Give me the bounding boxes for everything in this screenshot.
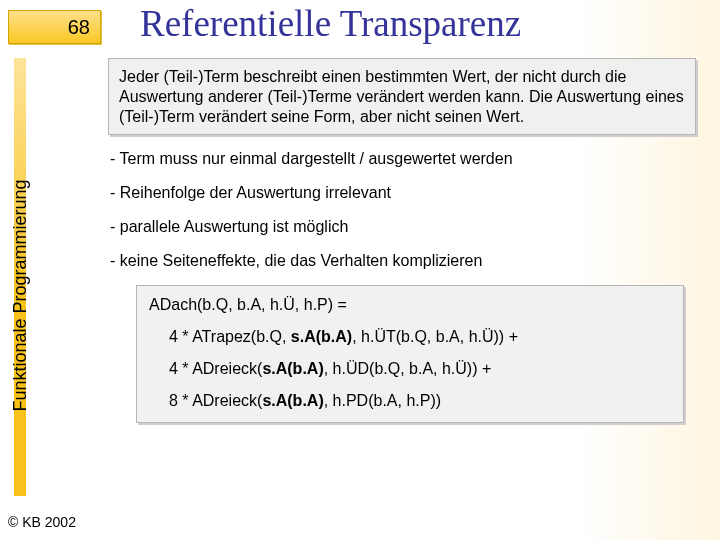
slide: 68 Referentielle Transparenz Funktionale… (0, 0, 720, 540)
bullet-item: - parallele Auswertung ist möglich (110, 217, 704, 237)
sidebar-label: Funktionale Programmierung (10, 179, 31, 411)
slide-title: Referentielle Transparenz (140, 2, 521, 45)
content-area: Jeder (Teil-)Term beschreibt einen besti… (108, 58, 704, 423)
code-text: 4 * ATrapez(b.Q, (169, 328, 291, 345)
code-text: 8 * ADreieck( (169, 392, 262, 409)
definition-box: Jeder (Teil-)Term beschreibt einen besti… (108, 58, 696, 135)
sidebar-label-container: Funktionale Programmierung (6, 150, 34, 440)
page-number-box: 68 (8, 10, 101, 44)
bullet-item: - Term muss nur einmal dargestellt / aus… (110, 149, 704, 169)
code-line: 4 * ATrapez(b.Q, s.A(b.A), h.ÜT(b.Q, b.A… (169, 328, 671, 346)
code-box: ADach(b.Q, b.A, h.Ü, h.P) = 4 * ATrapez(… (136, 285, 684, 423)
code-text: , h.ÜT(b.Q, b.A, h.Ü)) + (352, 328, 518, 345)
copyright: © KB 2002 (8, 514, 76, 530)
page-number: 68 (68, 16, 90, 39)
code-bold: s.A(b.A) (262, 392, 323, 409)
code-text: , h.PD(b.A, h.P)) (324, 392, 441, 409)
code-text: , h.ÜD(b.Q, b.A, h.Ü)) + (324, 360, 492, 377)
code-line: ADach(b.Q, b.A, h.Ü, h.P) = (149, 296, 671, 314)
bullet-item: - Reihenfolge der Auswertung irrelevant (110, 183, 704, 203)
code-line: 4 * ADreieck(s.A(b.A), h.ÜD(b.Q, b.A, h.… (169, 360, 671, 378)
code-bold: s.A(b.A) (262, 360, 323, 377)
code-bold: s.A(b.A) (291, 328, 352, 345)
bullet-item: - keine Seiteneffekte, die das Verhalten… (110, 251, 704, 271)
bullet-list: - Term muss nur einmal dargestellt / aus… (110, 149, 704, 271)
code-line: 8 * ADreieck(s.A(b.A), h.PD(b.A, h.P)) (169, 392, 671, 410)
code-text: 4 * ADreieck( (169, 360, 262, 377)
